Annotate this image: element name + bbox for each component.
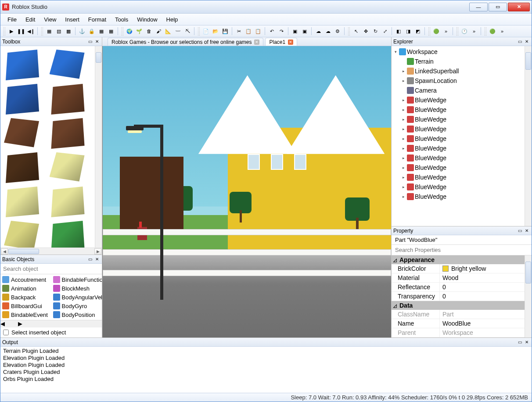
toolbox-item[interactable] <box>4 50 39 80</box>
anchor-button[interactable]: ⚓ <box>78 27 86 36</box>
scrollbar-track[interactable] <box>8 248 94 255</box>
basic-object-item[interactable]: Backpack <box>0 293 51 302</box>
property-row[interactable]: ParentWorkspace <box>392 328 525 337</box>
collisions-button[interactable]: ◨ <box>404 27 413 36</box>
tree-row[interactable]: ▸BlueWedge <box>392 134 525 144</box>
expander-icon[interactable]: ▸ <box>401 156 406 161</box>
basic-object-item[interactable]: Accoutrement <box>0 275 51 284</box>
scroll-left-icon[interactable]: ◀ <box>0 320 5 327</box>
copy-button[interactable]: 📋 <box>244 27 253 36</box>
undock-icon[interactable]: ▭ <box>87 256 93 262</box>
property-value[interactable]: Bright yellow <box>440 264 525 273</box>
history-dropdown[interactable]: » <box>470 27 478 36</box>
menu-help[interactable]: Help <box>162 14 183 25</box>
tree-row[interactable]: ▸BlueWedge <box>392 192 525 201</box>
toolbar-grip[interactable] <box>348 27 350 36</box>
expander-icon[interactable]: ▸ <box>401 185 406 190</box>
tree-row[interactable]: ▸BlueWedge <box>392 95 525 105</box>
menu-format[interactable]: Format <box>84 14 111 25</box>
toolbox-item[interactable] <box>4 152 39 183</box>
undock-icon[interactable]: ▭ <box>517 228 523 234</box>
property-group-header[interactable]: ◿Appearance <box>392 255 525 264</box>
property-value[interactable]: Wood <box>440 273 525 282</box>
terrain-erode-button[interactable]: ⛏ <box>183 27 192 36</box>
grid-button[interactable]: ▦ <box>107 27 115 36</box>
tree-row[interactable]: ▸BlueWedge <box>392 163 525 172</box>
expander-icon[interactable]: ▸ <box>401 69 406 74</box>
toolbox-h-scrollbar[interactable]: ◀ ▶ <box>0 248 102 255</box>
toolbox-item[interactable] <box>4 187 39 217</box>
menu-insert[interactable]: Insert <box>61 14 84 25</box>
tab-browse[interactable]: Roblox Games - Browse our selections of … <box>108 38 263 46</box>
configure-button[interactable]: ⚙ <box>333 27 342 36</box>
expander-icon[interactable]: ▸ <box>401 136 406 141</box>
property-value[interactable]: WoodBlue <box>440 319 525 328</box>
property-row[interactable]: Transparency0 <box>392 292 525 301</box>
expander-icon[interactable] <box>401 59 406 64</box>
tree-row[interactable]: ▸BlueWedge <box>392 105 525 115</box>
tree-row[interactable]: ▾Workspace <box>392 47 525 57</box>
scrollbar-thumb[interactable] <box>525 52 531 70</box>
union-button[interactable]: ▩ <box>64 27 73 36</box>
close-panel-icon[interactable]: ✕ <box>524 339 530 345</box>
step-back-button[interactable]: ◀❙ <box>26 27 35 36</box>
transform-button[interactable]: ◧ <box>394 27 403 36</box>
toolbox-item[interactable] <box>50 50 85 80</box>
toolbar-grip[interactable] <box>456 27 458 36</box>
toolbox-grid[interactable] <box>0 46 95 248</box>
tree-row[interactable]: Terrain <box>392 57 525 66</box>
property-value[interactable]: 0 <box>440 292 525 301</box>
property-row[interactable]: ClassNamePart <box>392 310 525 319</box>
publish-button[interactable]: ☁ <box>314 27 323 36</box>
close-tab-icon[interactable]: ✕ <box>288 39 293 45</box>
expander-icon[interactable]: ▸ <box>401 146 406 151</box>
paste-button[interactable]: 📋 <box>254 27 262 36</box>
terrain-smooth-button[interactable]: 〰 <box>173 27 182 36</box>
titlebar[interactable]: R Roblox Studio — ▭ ✕ <box>0 0 532 14</box>
expander-icon[interactable]: ▸ <box>401 194 406 199</box>
toolbar-grip[interactable] <box>484 27 486 36</box>
select-tool[interactable]: ↖ <box>352 27 360 36</box>
toolbox-item[interactable] <box>4 221 39 248</box>
basic-object-item[interactable]: BillboardGui <box>0 302 51 310</box>
toolbox-item[interactable] <box>4 84 39 115</box>
terrain-button[interactable]: 🌍 <box>125 27 134 36</box>
scroll-right-icon[interactable]: ▶ <box>18 320 22 327</box>
menu-file[interactable]: File <box>3 14 21 25</box>
toolbox-item[interactable] <box>50 221 85 248</box>
basic-object-item[interactable]: BodyAngularVelocity <box>51 293 102 302</box>
play-button[interactable]: ▶ <box>7 27 16 36</box>
basic-object-item[interactable]: BlockMesh <box>51 284 102 293</box>
tree-row[interactable]: ▸BlueWedge <box>392 124 525 134</box>
undock-icon[interactable]: ▭ <box>87 39 93 45</box>
toolbar-grip[interactable] <box>3 27 5 36</box>
output-body[interactable]: Terrain Plugin LoadedElevation Plugin Lo… <box>0 347 532 393</box>
test-button[interactable]: ▣ <box>291 27 299 36</box>
camera-dropdown[interactable]: » <box>498 27 507 36</box>
basic-object-item[interactable]: BindableFunction <box>51 275 102 284</box>
rotate-tool[interactable]: ↻ <box>371 27 380 36</box>
select-inserted-checkbox[interactable]: Select inserted object <box>0 327 102 337</box>
property-value[interactable]: Part <box>440 310 525 319</box>
basic-object-item[interactable]: BodyGyro <box>51 302 102 310</box>
camera-button[interactable]: 🟢 <box>488 27 497 36</box>
terrain-paint-button[interactable]: 🖌 <box>154 27 163 36</box>
tree-row[interactable]: ▸BlueWedge <box>392 182 525 192</box>
minimize-button[interactable]: — <box>469 3 488 11</box>
cut-button[interactable]: ✂ <box>234 27 243 36</box>
basic-objects-search[interactable] <box>0 264 102 274</box>
tree-row[interactable]: ▸BlueWedge <box>392 153 525 163</box>
explorer-tree[interactable]: ▾WorkspaceTerrain▸LinkedSuperball▸SpawnL… <box>392 46 525 226</box>
close-tab-icon[interactable]: ✕ <box>254 39 259 45</box>
open-button[interactable]: 📂 <box>211 27 220 36</box>
property-search[interactable] <box>392 245 532 255</box>
property-value[interactable]: 0 <box>440 283 525 291</box>
tree-row[interactable]: Camera <box>392 86 525 95</box>
expander-icon[interactable]: ▸ <box>401 165 406 170</box>
toolbox-item[interactable] <box>50 152 85 183</box>
joinsurf-button[interactable]: ◩ <box>413 27 422 36</box>
viewport-3d[interactable] <box>102 46 391 337</box>
close-panel-icon[interactable]: ✕ <box>524 228 530 234</box>
basic-object-item[interactable]: BindableEvent <box>0 310 51 319</box>
pause-button[interactable]: ❚❚ <box>17 27 25 36</box>
